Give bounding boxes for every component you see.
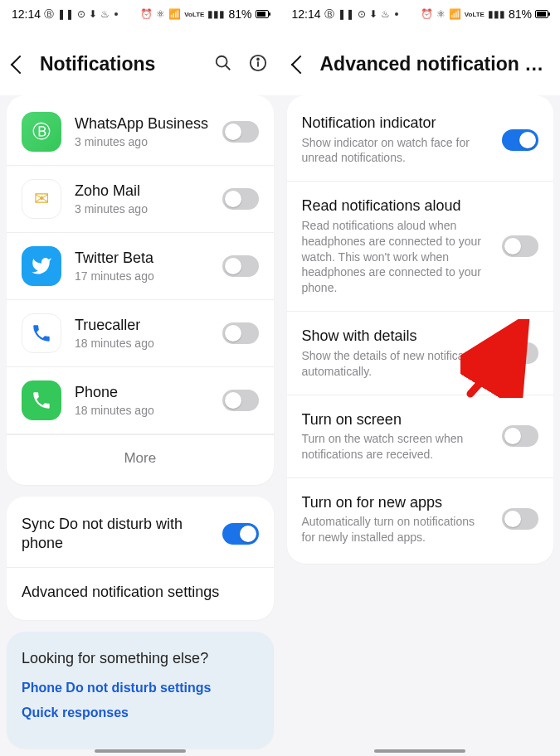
apps-card: Ⓑ WhatsApp Business 3 minutes ago ✉ Zoho… xyxy=(7,95,274,485)
battery-pct: 81% xyxy=(228,7,251,21)
tips-link-quick[interactable]: Quick responses xyxy=(22,705,259,720)
app-time: 3 minutes ago xyxy=(75,135,209,148)
app-time: 3 minutes ago xyxy=(75,202,209,216)
search-icon[interactable] xyxy=(214,54,232,75)
truecaller-icon xyxy=(22,313,61,353)
app-row-phone[interactable]: Phone 18 minutes ago xyxy=(7,367,274,434)
nav-hint[interactable] xyxy=(374,749,465,753)
toggle-twitter[interactable] xyxy=(222,255,259,277)
signal-icon: ▮▮▮ xyxy=(207,8,225,20)
svg-line-1 xyxy=(225,65,230,70)
status-icon: ♨ xyxy=(100,8,110,20)
alarm-icon: ⏰ xyxy=(140,8,153,20)
pause-icon: ❚❚ xyxy=(338,8,354,20)
setting-title: Turn on screen xyxy=(302,410,491,429)
back-icon[interactable] xyxy=(11,55,30,74)
status-bar: 12:14 Ⓑ ❚❚ ⊙ ⬇ ♨ ⏰ ⚛ 📶 VoLTE ▮▮▮ 81% xyxy=(280,0,561,28)
toggle-turn-on-screen[interactable] xyxy=(502,425,538,447)
setting-sub: Show the details of new notifications au… xyxy=(302,348,491,380)
setting-advanced[interactable]: Advanced notification settings xyxy=(7,568,274,617)
page-header: Notifications xyxy=(0,28,280,95)
back-icon[interactable] xyxy=(290,55,309,74)
status-icon: ⬇ xyxy=(369,8,377,20)
zoho-mail-icon: ✉ xyxy=(22,179,61,219)
toggle-new-apps[interactable] xyxy=(502,508,538,530)
phone-icon xyxy=(22,380,61,420)
app-time: 18 minutes ago xyxy=(75,337,209,350)
bluetooth-icon: ⚛ xyxy=(156,8,165,20)
status-icon: ⊙ xyxy=(77,8,85,20)
dot-icon xyxy=(395,12,398,16)
toggle-read-aloud[interactable] xyxy=(502,235,538,257)
pause-icon: ❚❚ xyxy=(57,8,74,20)
setting-new-apps[interactable]: Turn on for new apps Automatically turn … xyxy=(287,478,554,560)
dot-icon xyxy=(114,12,118,16)
volte-icon: VoLTE xyxy=(184,11,204,18)
setting-sub: Automatically turn on notifications for … xyxy=(302,514,491,545)
tips-link-dnd[interactable]: Phone Do not disturb settings xyxy=(22,681,259,695)
app-name: Twitter Beta xyxy=(75,250,209,268)
setting-read-aloud[interactable]: Read notifications aloud Read notificati… xyxy=(287,182,554,312)
status-time: 12:14 xyxy=(12,7,41,21)
settings-card: Sync Do not disturb with phone Advanced … xyxy=(7,497,274,620)
battery-pct: 81% xyxy=(509,7,532,21)
setting-title: Notification indicator xyxy=(302,114,491,133)
toggle-truecaller[interactable] xyxy=(222,322,259,344)
page-title: Notifications xyxy=(40,53,201,75)
svg-point-4 xyxy=(257,58,259,60)
page-header: Advanced notification sett… xyxy=(280,28,561,95)
toggle-phone[interactable] xyxy=(222,390,259,411)
info-icon[interactable] xyxy=(249,54,267,75)
setting-sub: Show indicator on watch face for unread … xyxy=(302,135,491,167)
setting-sync-dnd[interactable]: Sync Do not disturb with phone xyxy=(7,500,274,568)
toggle-sync-dnd[interactable] xyxy=(222,523,259,545)
screen-notifications: 12:14 Ⓑ ❚❚ ⊙ ⬇ ♨ ⏰ ⚛ 📶 VoLTE ▮▮▮ 81% Not… xyxy=(0,0,280,756)
toggle-zoho[interactable] xyxy=(222,188,259,210)
app-name: Truecaller xyxy=(75,317,209,335)
app-row-zoho[interactable]: ✉ Zoho Mail 3 minutes ago xyxy=(7,166,274,233)
setting-title: Read notifications aloud xyxy=(302,196,491,216)
toggle-indicator[interactable] xyxy=(502,129,538,151)
battery-icon xyxy=(256,10,269,18)
screen-advanced: 12:14 Ⓑ ❚❚ ⊙ ⬇ ♨ ⏰ ⚛ 📶 VoLTE ▮▮▮ 81% Adv… xyxy=(280,0,561,756)
app-row-twitter[interactable]: Twitter Beta 17 minutes ago xyxy=(7,233,274,300)
signal-icon: ▮▮▮ xyxy=(488,8,505,20)
alarm-icon: ⏰ xyxy=(421,8,433,20)
setting-sub: Read notifications aloud when headphones… xyxy=(302,218,491,296)
toggle-show-details[interactable] xyxy=(502,342,538,364)
status-icon: ⬇ xyxy=(89,8,97,20)
setting-indicator[interactable]: Notification indicator Show indicator on… xyxy=(287,99,554,182)
app-row-truecaller[interactable]: Truecaller 18 minutes ago xyxy=(7,300,274,367)
app-name: Phone xyxy=(75,384,209,402)
setting-show-details[interactable]: Show with details Show the details of ne… xyxy=(287,312,554,395)
app-time: 18 minutes ago xyxy=(75,404,209,417)
whatsapp-business-icon: Ⓑ xyxy=(22,112,61,152)
volte-icon: VoLTE xyxy=(465,11,485,18)
setting-title: Show with details xyxy=(302,327,491,346)
bluetooth-icon: ⚛ xyxy=(436,8,446,20)
setting-sub: Turn on the watch screen when notificati… xyxy=(302,431,491,463)
wifi-icon: 📶 xyxy=(168,8,181,20)
setting-title: Advanced notification settings xyxy=(22,583,259,602)
setting-title: Turn on for new apps xyxy=(302,493,491,512)
tips-title: Looking for something else? xyxy=(22,650,259,667)
nav-hint[interactable] xyxy=(95,749,186,753)
status-bar: 12:14 Ⓑ ❚❚ ⊙ ⬇ ♨ ⏰ ⚛ 📶 VoLTE ▮▮▮ 81% xyxy=(0,0,280,28)
toggle-whatsapp[interactable] xyxy=(222,121,259,143)
setting-turn-on-screen[interactable]: Turn on screen Turn on the watch screen … xyxy=(287,395,554,478)
svg-point-0 xyxy=(216,56,226,66)
tips-card: Looking for something else? Phone Do not… xyxy=(7,632,274,749)
status-icon: ⊙ xyxy=(358,8,366,20)
status-icon: ♨ xyxy=(381,8,390,20)
advanced-card: Notification indicator Show indicator on… xyxy=(287,95,554,564)
more-button[interactable]: More xyxy=(7,434,274,482)
status-icon: Ⓑ xyxy=(324,7,334,22)
status-time: 12:14 xyxy=(292,7,321,21)
app-name: Zoho Mail xyxy=(75,182,209,201)
wifi-icon: 📶 xyxy=(449,8,461,20)
status-icon: Ⓑ xyxy=(44,7,54,22)
app-row-whatsapp[interactable]: Ⓑ WhatsApp Business 3 minutes ago xyxy=(7,99,274,166)
twitter-icon xyxy=(22,246,61,286)
battery-icon xyxy=(535,10,548,18)
page-title: Advanced notification sett… xyxy=(320,53,548,75)
